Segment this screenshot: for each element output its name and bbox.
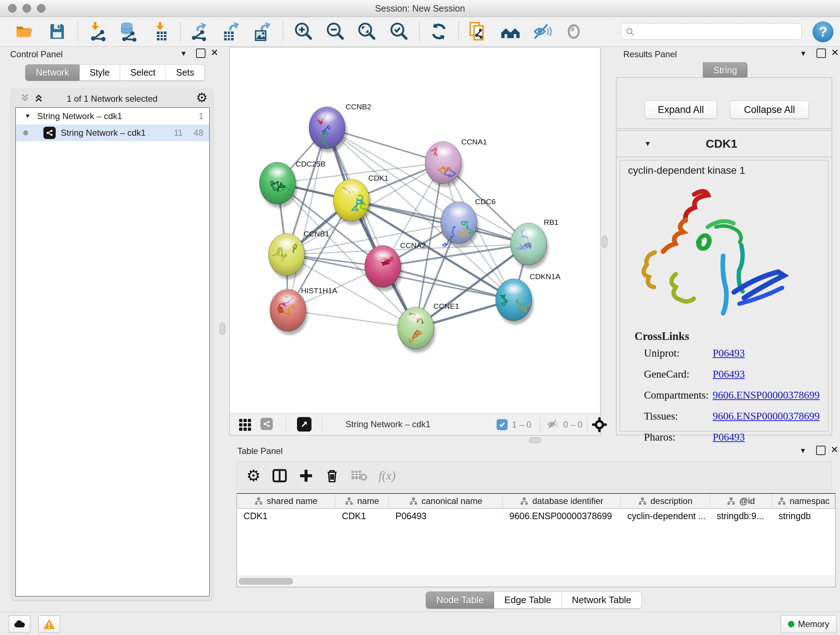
zoom-out-button[interactable] [324, 20, 347, 43]
node-CDKN1A[interactable] [496, 279, 534, 325]
show-all-button[interactable] [562, 20, 585, 43]
table-panel-close-button[interactable]: ✕ [831, 446, 838, 454]
column-header--id[interactable]: @id [710, 494, 772, 508]
node-CCNB2[interactable] [309, 107, 347, 152]
results-panel-close-button[interactable]: ✕ [831, 49, 839, 57]
zoom-selected-button[interactable] [387, 20, 410, 43]
vertical-splitter-handle[interactable] [602, 236, 607, 248]
node-CDC6[interactable] [441, 202, 478, 247]
save-session-button[interactable] [46, 20, 69, 43]
column-header-canonical-name[interactable]: canonical name [389, 494, 503, 508]
import-network-from-file-button[interactable] [86, 20, 109, 43]
tab-style[interactable]: Style [80, 65, 120, 81]
table-cell[interactable]: stringdb [772, 509, 835, 523]
crosslink-link[interactable]: 9606.ENSP00000378699 [713, 410, 820, 422]
table-cell[interactable]: P06493 [389, 509, 503, 523]
fit-selected-target-icon[interactable] [592, 417, 607, 432]
delete-column-trash-icon[interactable] [324, 468, 340, 484]
table-body: CDK1CDK1P064939606.ENSP00000378699cyclin… [237, 509, 835, 523]
results-panel-float-button[interactable] [816, 49, 826, 58]
column-header-description[interactable]: description [621, 494, 710, 508]
table-cell[interactable]: stringdb:9... [710, 509, 772, 523]
node-CCNB1[interactable] [268, 233, 306, 279]
export-network-button[interactable] [187, 20, 210, 43]
node-CCNA2[interactable] [365, 245, 403, 291]
node-CCNE1[interactable] [398, 307, 436, 353]
network-overview-icon[interactable] [261, 418, 273, 430]
table-horizontal-scrollbar[interactable] [237, 576, 835, 587]
export-image-button[interactable] [250, 20, 273, 43]
network-view[interactable]: CCNB2CCNA1CDC25BCDK1CDC6RB1CCNB1CCNA2CDK… [229, 47, 600, 435]
column-header-shared-name[interactable]: shared name [237, 494, 335, 508]
hide-selected-button[interactable] [531, 20, 554, 43]
node-CDC25B[interactable] [259, 162, 297, 208]
column-header-database-identifier[interactable]: database identifier [503, 494, 621, 508]
tab-string[interactable]: String [703, 62, 747, 79]
edge-CCNE1-CCNB2[interactable] [327, 128, 416, 328]
tab-sets[interactable]: Sets [166, 65, 205, 81]
vertical-splitter-handle[interactable] [219, 323, 225, 335]
table-cell[interactable]: 9606.ENSP00000378699 [503, 509, 621, 523]
cloud-status-button[interactable] [9, 616, 30, 633]
toolbar-separator [458, 22, 459, 41]
table-panel-float-button[interactable] [816, 446, 826, 455]
zoom-fit-button[interactable] [355, 20, 378, 43]
refresh-button[interactable] [427, 20, 450, 43]
first-neighbors-button[interactable] [499, 20, 522, 43]
table-panel-menu-button[interactable]: ▼ [799, 447, 806, 455]
memory-button[interactable]: Memory [781, 615, 836, 633]
table-cell[interactable]: CDK1 [237, 509, 335, 523]
results-panel-menu-button[interactable]: ▼ [800, 50, 807, 57]
crosslink-link[interactable]: P06493 [713, 347, 745, 359]
table-options-gear-icon[interactable]: ⚙ [246, 468, 261, 484]
tab-network[interactable]: Network [25, 65, 80, 81]
column-header-namespac[interactable]: namespac [772, 494, 835, 508]
tab-edge-table[interactable]: Edge Table [494, 592, 562, 608]
network-list-options-gear-icon[interactable]: ⚙ [196, 91, 208, 104]
search-input[interactable] [638, 24, 798, 38]
control-panel-close-button[interactable]: ✕ [210, 49, 218, 57]
open-session-button[interactable] [13, 20, 36, 43]
crosslink-link[interactable]: P06493 [713, 431, 745, 443]
protein-card-header[interactable]: ▼ CDK1 [616, 131, 832, 157]
edge-CCNB2-HIST1H1A[interactable] [288, 128, 327, 310]
import-network-from-database-button[interactable] [117, 20, 140, 43]
export-table-button[interactable] [219, 20, 242, 43]
control-panel-float-button[interactable] [196, 49, 205, 58]
node-RB1[interactable] [510, 223, 548, 269]
node-CCNA1[interactable] [425, 141, 463, 187]
column-header-label: canonical name [422, 496, 482, 506]
tab-network-table[interactable]: Network Table [562, 592, 642, 608]
clone-network-button[interactable] [466, 20, 489, 43]
expand-all-button[interactable]: Expand All [645, 101, 717, 119]
import-table-button[interactable] [150, 20, 173, 43]
horizontal-splitter-handle[interactable] [529, 437, 541, 443]
warnings-button[interactable] [38, 616, 60, 633]
tab-select[interactable]: Select [120, 65, 166, 81]
collection-expander-icon[interactable]: ▼ [25, 112, 31, 120]
network-collection-row[interactable]: ▼ String Network – cdk1 1 [16, 108, 209, 125]
show-columns-icon[interactable] [271, 467, 288, 484]
crosslink-label: Tissues: [644, 410, 713, 422]
birds-eye-view-icon[interactable] [239, 419, 251, 431]
crosslink-link[interactable]: 9606.ENSP00000378699 [713, 389, 820, 401]
table-cell[interactable]: cyclin-dependent ... [621, 509, 710, 523]
zoom-in-button[interactable] [292, 20, 315, 43]
control-panel-menu-button[interactable]: ▼ [180, 50, 187, 57]
node-CDK1[interactable] [333, 179, 371, 225]
table-cell[interactable]: CDK1 [335, 509, 389, 523]
collapse-all-button[interactable]: Collapse All [730, 101, 809, 119]
add-column-icon[interactable] [298, 468, 314, 484]
protein-expander-icon[interactable]: ▼ [644, 140, 651, 148]
selected-nodes-checkbox[interactable] [497, 419, 508, 430]
tab-node-table[interactable]: Node Table [426, 592, 494, 608]
node-HIST1H1A[interactable] [270, 289, 308, 335]
scrollbar-thumb[interactable] [239, 578, 293, 585]
column-header-name[interactable]: name [335, 494, 389, 508]
help-button[interactable]: ? [813, 21, 834, 42]
crosslink-link[interactable]: P06493 [713, 368, 745, 380]
table-row[interactable]: CDK1CDK1P064939606.ENSP00000378699cyclin… [237, 509, 835, 523]
network-graph[interactable]: CCNB2CCNA1CDC25BCDK1CDC6RB1CCNB1CCNA2CDK… [230, 48, 600, 414]
open-in-window-icon[interactable] [297, 417, 311, 432]
network-row-selected[interactable]: String Network – cdk1 11 48 [16, 125, 209, 141]
